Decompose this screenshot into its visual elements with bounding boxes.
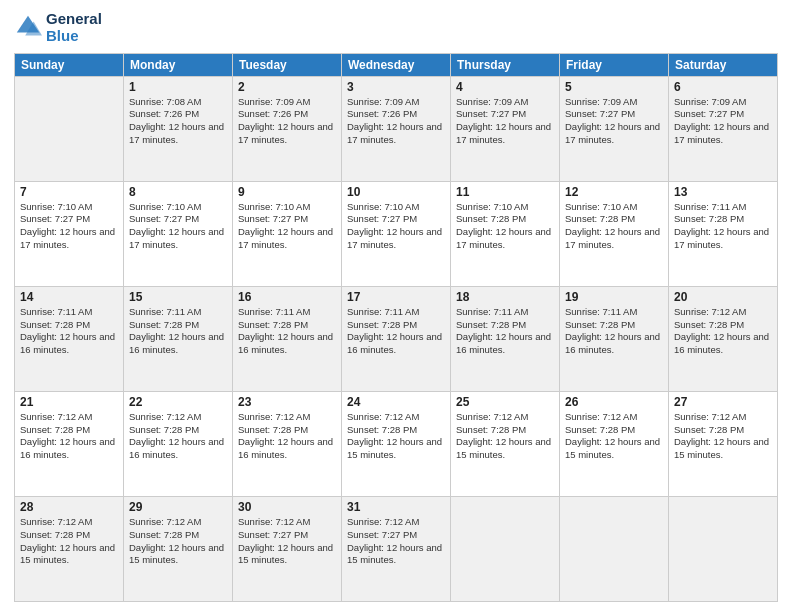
day-cell <box>15 76 124 181</box>
day-number: 22 <box>129 395 227 409</box>
day-cell: 7Sunrise: 7:10 AMSunset: 7:27 PMDaylight… <box>15 181 124 286</box>
week-row-4: 21Sunrise: 7:12 AMSunset: 7:28 PMDayligh… <box>15 391 778 496</box>
day-number: 2 <box>238 80 336 94</box>
day-info: Sunrise: 7:11 AMSunset: 7:28 PMDaylight:… <box>238 306 336 357</box>
day-cell: 29Sunrise: 7:12 AMSunset: 7:28 PMDayligh… <box>124 496 233 601</box>
day-cell: 8Sunrise: 7:10 AMSunset: 7:27 PMDaylight… <box>124 181 233 286</box>
day-info: Sunrise: 7:08 AMSunset: 7:26 PMDaylight:… <box>129 96 227 147</box>
header: General Blue <box>14 10 778 45</box>
day-number: 30 <box>238 500 336 514</box>
day-info: Sunrise: 7:09 AMSunset: 7:27 PMDaylight:… <box>674 96 772 147</box>
day-info: Sunrise: 7:12 AMSunset: 7:28 PMDaylight:… <box>456 411 554 462</box>
day-number: 23 <box>238 395 336 409</box>
day-cell: 20Sunrise: 7:12 AMSunset: 7:28 PMDayligh… <box>669 286 778 391</box>
logo-text: General Blue <box>46 10 102 45</box>
col-header-thursday: Thursday <box>451 53 560 76</box>
day-number: 9 <box>238 185 336 199</box>
day-info: Sunrise: 7:10 AMSunset: 7:27 PMDaylight:… <box>129 201 227 252</box>
col-header-friday: Friday <box>560 53 669 76</box>
day-number: 8 <box>129 185 227 199</box>
col-header-tuesday: Tuesday <box>233 53 342 76</box>
day-info: Sunrise: 7:12 AMSunset: 7:28 PMDaylight:… <box>674 306 772 357</box>
week-row-3: 14Sunrise: 7:11 AMSunset: 7:28 PMDayligh… <box>15 286 778 391</box>
col-header-sunday: Sunday <box>15 53 124 76</box>
week-row-5: 28Sunrise: 7:12 AMSunset: 7:28 PMDayligh… <box>15 496 778 601</box>
day-cell: 22Sunrise: 7:12 AMSunset: 7:28 PMDayligh… <box>124 391 233 496</box>
day-number: 3 <box>347 80 445 94</box>
day-number: 28 <box>20 500 118 514</box>
day-info: Sunrise: 7:11 AMSunset: 7:28 PMDaylight:… <box>129 306 227 357</box>
day-number: 5 <box>565 80 663 94</box>
week-row-1: 1Sunrise: 7:08 AMSunset: 7:26 PMDaylight… <box>15 76 778 181</box>
logo-icon <box>14 13 42 41</box>
day-info: Sunrise: 7:12 AMSunset: 7:28 PMDaylight:… <box>129 516 227 567</box>
day-number: 31 <box>347 500 445 514</box>
day-cell: 31Sunrise: 7:12 AMSunset: 7:27 PMDayligh… <box>342 496 451 601</box>
day-cell: 26Sunrise: 7:12 AMSunset: 7:28 PMDayligh… <box>560 391 669 496</box>
day-cell: 6Sunrise: 7:09 AMSunset: 7:27 PMDaylight… <box>669 76 778 181</box>
day-info: Sunrise: 7:10 AMSunset: 7:27 PMDaylight:… <box>347 201 445 252</box>
day-cell: 21Sunrise: 7:12 AMSunset: 7:28 PMDayligh… <box>15 391 124 496</box>
day-info: Sunrise: 7:09 AMSunset: 7:27 PMDaylight:… <box>456 96 554 147</box>
page: General Blue SundayMondayTuesdayWednesda… <box>0 0 792 612</box>
day-info: Sunrise: 7:11 AMSunset: 7:28 PMDaylight:… <box>565 306 663 357</box>
day-cell <box>560 496 669 601</box>
day-cell: 28Sunrise: 7:12 AMSunset: 7:28 PMDayligh… <box>15 496 124 601</box>
day-cell: 24Sunrise: 7:12 AMSunset: 7:28 PMDayligh… <box>342 391 451 496</box>
day-cell: 10Sunrise: 7:10 AMSunset: 7:27 PMDayligh… <box>342 181 451 286</box>
day-number: 12 <box>565 185 663 199</box>
day-cell: 13Sunrise: 7:11 AMSunset: 7:28 PMDayligh… <box>669 181 778 286</box>
day-cell: 11Sunrise: 7:10 AMSunset: 7:28 PMDayligh… <box>451 181 560 286</box>
day-number: 10 <box>347 185 445 199</box>
day-cell: 17Sunrise: 7:11 AMSunset: 7:28 PMDayligh… <box>342 286 451 391</box>
day-number: 17 <box>347 290 445 304</box>
day-info: Sunrise: 7:11 AMSunset: 7:28 PMDaylight:… <box>20 306 118 357</box>
calendar-header-row: SundayMondayTuesdayWednesdayThursdayFrid… <box>15 53 778 76</box>
day-info: Sunrise: 7:09 AMSunset: 7:26 PMDaylight:… <box>238 96 336 147</box>
day-cell: 30Sunrise: 7:12 AMSunset: 7:27 PMDayligh… <box>233 496 342 601</box>
day-cell: 9Sunrise: 7:10 AMSunset: 7:27 PMDaylight… <box>233 181 342 286</box>
day-number: 21 <box>20 395 118 409</box>
day-info: Sunrise: 7:11 AMSunset: 7:28 PMDaylight:… <box>674 201 772 252</box>
day-info: Sunrise: 7:12 AMSunset: 7:28 PMDaylight:… <box>238 411 336 462</box>
day-cell <box>669 496 778 601</box>
day-number: 27 <box>674 395 772 409</box>
day-number: 15 <box>129 290 227 304</box>
day-cell: 25Sunrise: 7:12 AMSunset: 7:28 PMDayligh… <box>451 391 560 496</box>
day-number: 18 <box>456 290 554 304</box>
day-info: Sunrise: 7:11 AMSunset: 7:28 PMDaylight:… <box>456 306 554 357</box>
col-header-wednesday: Wednesday <box>342 53 451 76</box>
day-cell: 16Sunrise: 7:11 AMSunset: 7:28 PMDayligh… <box>233 286 342 391</box>
day-number: 6 <box>674 80 772 94</box>
day-cell: 18Sunrise: 7:11 AMSunset: 7:28 PMDayligh… <box>451 286 560 391</box>
day-cell: 23Sunrise: 7:12 AMSunset: 7:28 PMDayligh… <box>233 391 342 496</box>
day-info: Sunrise: 7:09 AMSunset: 7:26 PMDaylight:… <box>347 96 445 147</box>
day-number: 29 <box>129 500 227 514</box>
day-info: Sunrise: 7:10 AMSunset: 7:28 PMDaylight:… <box>565 201 663 252</box>
day-cell: 12Sunrise: 7:10 AMSunset: 7:28 PMDayligh… <box>560 181 669 286</box>
day-number: 1 <box>129 80 227 94</box>
day-number: 25 <box>456 395 554 409</box>
day-cell: 2Sunrise: 7:09 AMSunset: 7:26 PMDaylight… <box>233 76 342 181</box>
calendar-table: SundayMondayTuesdayWednesdayThursdayFrid… <box>14 53 778 603</box>
day-number: 19 <box>565 290 663 304</box>
day-cell: 5Sunrise: 7:09 AMSunset: 7:27 PMDaylight… <box>560 76 669 181</box>
day-info: Sunrise: 7:09 AMSunset: 7:27 PMDaylight:… <box>565 96 663 147</box>
day-cell: 4Sunrise: 7:09 AMSunset: 7:27 PMDaylight… <box>451 76 560 181</box>
day-number: 4 <box>456 80 554 94</box>
day-number: 11 <box>456 185 554 199</box>
day-number: 20 <box>674 290 772 304</box>
day-cell: 3Sunrise: 7:09 AMSunset: 7:26 PMDaylight… <box>342 76 451 181</box>
day-cell: 1Sunrise: 7:08 AMSunset: 7:26 PMDaylight… <box>124 76 233 181</box>
day-info: Sunrise: 7:12 AMSunset: 7:27 PMDaylight:… <box>347 516 445 567</box>
day-info: Sunrise: 7:12 AMSunset: 7:28 PMDaylight:… <box>565 411 663 462</box>
day-number: 26 <box>565 395 663 409</box>
day-number: 13 <box>674 185 772 199</box>
day-number: 14 <box>20 290 118 304</box>
day-cell: 27Sunrise: 7:12 AMSunset: 7:28 PMDayligh… <box>669 391 778 496</box>
day-info: Sunrise: 7:10 AMSunset: 7:27 PMDaylight:… <box>238 201 336 252</box>
day-info: Sunrise: 7:12 AMSunset: 7:27 PMDaylight:… <box>238 516 336 567</box>
logo: General Blue <box>14 10 102 45</box>
day-info: Sunrise: 7:12 AMSunset: 7:28 PMDaylight:… <box>347 411 445 462</box>
day-number: 24 <box>347 395 445 409</box>
